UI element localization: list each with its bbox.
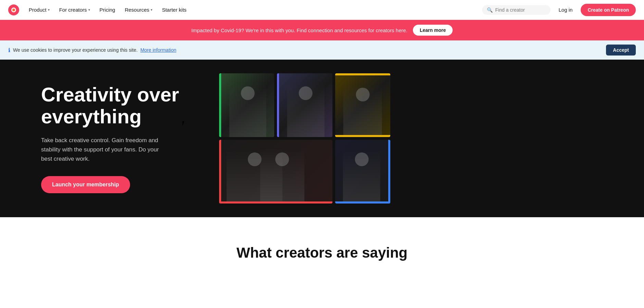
cookie-text: We use cookies to improve your experienc… [13,47,138,53]
creator-image-5 [335,140,390,204]
creator-image-4 [219,140,332,204]
creator-image-1 [219,73,274,137]
patreon-logo[interactable] [8,4,19,15]
nav-pricing[interactable]: Pricing [96,4,119,15]
nav-product-label: Product [29,7,47,13]
covid-banner: Impacted by Covid-19? We're in this with… [0,20,644,40]
hero-subtitle: Take back creative control. Gain freedom… [41,136,171,164]
learn-more-button[interactable]: Learn more [413,25,453,36]
what-creators-title: What creators are saying [8,245,636,261]
search-box[interactable]: 🔍 [482,5,551,15]
nav-pricing-label: Pricing [100,7,115,13]
hero-title-line1: Creativity over [41,83,179,106]
creator-image-2 [277,73,332,137]
cookie-more-info-link[interactable]: More information [140,47,176,53]
nav-right: 🔍 Log in Create on Patreon [482,4,636,16]
nav-for-creators-label: For creators [59,7,87,13]
nav-product[interactable]: Product ▾ [25,4,54,15]
hero-image-grid [219,73,390,204]
nav-items: Product ▾ For creators ▾ Pricing Resourc… [25,4,482,15]
banner-text: Impacted by Covid-19? We're in this with… [191,27,407,33]
login-button[interactable]: Log in [555,4,577,15]
nav-resources-label: Resources [125,7,149,13]
nav-starter-kits[interactable]: Starter kits [158,4,191,15]
hero-title-line2: everything [41,105,141,127]
nav-starter-kits-label: Starter kits [162,7,187,13]
search-icon: 🔍 [487,7,493,13]
search-input[interactable] [495,7,543,13]
hero-section: Creativity over everything Take back cre… [0,60,644,217]
nav-for-creators[interactable]: For creators ▾ [55,4,94,15]
creator-image-3 [335,73,390,137]
nav-for-creators-chevron: ▾ [88,8,90,12]
nav-product-chevron: ▾ [48,8,50,12]
info-icon: ℹ [8,47,10,53]
nav-resources-chevron: ▾ [151,8,152,12]
hero-content: Creativity over everything Take back cre… [41,84,205,193]
nav-resources[interactable]: Resources ▾ [121,4,156,15]
navbar: Product ▾ For creators ▾ Pricing Resourc… [0,0,644,20]
launch-membership-button[interactable]: Launch your membership [41,176,130,193]
hero-title: Creativity over everything [41,84,205,127]
what-creators-section: What creators are saying [0,217,644,275]
cookie-bar: ℹ We use cookies to improve your experie… [0,40,644,60]
accept-cookies-button[interactable]: Accept [606,45,636,56]
create-on-patreon-button[interactable]: Create on Patreon [581,4,636,16]
